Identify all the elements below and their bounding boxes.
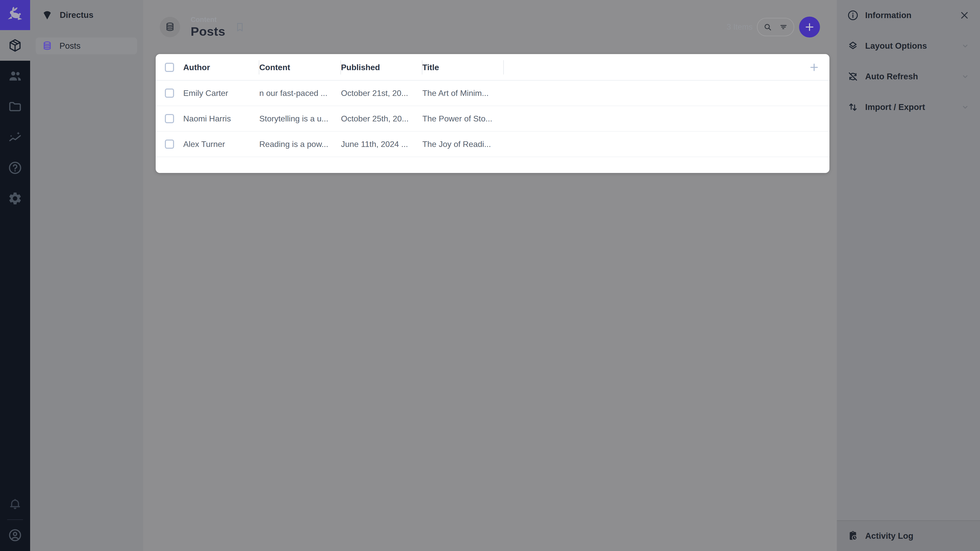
- collection-icon-button[interactable]: [160, 17, 180, 37]
- create-item-button[interactable]: [799, 17, 820, 38]
- module-bar-bottom: [0, 489, 30, 551]
- module-content[interactable]: [0, 30, 30, 61]
- plus-icon: [804, 22, 815, 32]
- sidebar-section-layout-options[interactable]: Layout Options: [837, 30, 980, 61]
- sidebar-section-information[interactable]: Information: [837, 0, 980, 30]
- insights-icon: [8, 130, 22, 144]
- user-menu-button[interactable]: [0, 520, 30, 551]
- cell-title: The Power of Sto...: [422, 114, 504, 124]
- chevron-down-icon: [960, 41, 970, 51]
- select-all-cell: [156, 63, 183, 72]
- table-header-row: Author Content Published Title: [156, 54, 829, 81]
- cell-author: Naomi Harris: [183, 114, 259, 124]
- sync-disabled-icon: [847, 71, 859, 83]
- expand-import-export-button[interactable]: [960, 102, 970, 112]
- items-count: 3 Items: [727, 22, 752, 32]
- rabbit-icon: [6, 6, 24, 24]
- module-bar: [0, 0, 30, 551]
- bookmark-icon: [234, 21, 245, 33]
- column-header-title[interactable]: Title: [422, 54, 504, 81]
- cell-content: Storytelling is a u...: [259, 114, 341, 124]
- filter-icon: [779, 22, 788, 32]
- info-icon: [847, 10, 859, 21]
- activity-log-button[interactable]: Activity Log: [837, 520, 980, 551]
- database-icon: [165, 22, 175, 32]
- row-checkbox[interactable]: [165, 114, 174, 123]
- users-icon: [8, 68, 22, 83]
- chevron-down-icon: [960, 102, 970, 112]
- activity-log-label: Activity Log: [865, 531, 913, 541]
- page-title: Posts: [191, 25, 225, 38]
- row-select-cell: [156, 114, 183, 123]
- expand-auto-refresh-button[interactable]: [960, 72, 970, 81]
- nav-sidebar: Directus Posts: [30, 0, 143, 551]
- close-sidebar-button[interactable]: [959, 10, 970, 21]
- project-name: Directus: [60, 10, 94, 20]
- chevron-down-icon: [960, 72, 970, 81]
- database-icon: [42, 41, 52, 51]
- user-circle-icon: [8, 528, 22, 543]
- select-all-checkbox[interactable]: [165, 63, 174, 72]
- folder-icon: [8, 99, 22, 114]
- box-icon: [8, 38, 22, 53]
- sidebar-section-label: Auto Refresh: [865, 72, 918, 81]
- breadcrumb: Content: [191, 16, 225, 23]
- project-fan-icon: [41, 9, 53, 21]
- module-settings[interactable]: [0, 183, 30, 214]
- module-user-directory[interactable]: [0, 61, 30, 91]
- cell-author: Emily Carter: [183, 89, 259, 98]
- cell-title: The Art of Minim...: [422, 89, 504, 98]
- bell-icon: [8, 497, 22, 511]
- cell-title: The Joy of Readi...: [422, 140, 504, 149]
- gear-icon: [8, 191, 22, 206]
- row-select-cell: [156, 140, 183, 149]
- sidebar-section-label: Layout Options: [865, 41, 927, 51]
- plus-icon: [808, 62, 820, 73]
- clipboard-clock-icon: [847, 530, 859, 542]
- main-content: Content Posts 3 Items: [143, 0, 837, 551]
- directus-logo[interactable]: [0, 0, 30, 30]
- right-sidebar: Information Layout Options: [837, 0, 980, 551]
- bookmark-button[interactable]: [234, 21, 245, 33]
- cell-content: n our fast-paced ...: [259, 89, 341, 98]
- layers-icon: [847, 40, 859, 52]
- row-checkbox[interactable]: [165, 89, 174, 98]
- sidebar-section-import-export[interactable]: Import / Export: [837, 92, 980, 122]
- items-table: Author Content Published Title Emily Car…: [156, 54, 829, 173]
- table-footer: [156, 157, 829, 173]
- sidebar-section-auto-refresh[interactable]: Auto Refresh: [837, 61, 980, 92]
- column-header-author[interactable]: Author: [183, 54, 259, 81]
- module-help[interactable]: [0, 152, 30, 183]
- close-icon: [959, 10, 970, 21]
- import-export-icon: [847, 101, 859, 113]
- project-switcher[interactable]: Directus: [30, 0, 143, 30]
- filter-button[interactable]: [779, 22, 788, 32]
- module-insights[interactable]: [0, 122, 30, 152]
- cell-published: October 25th, 20...: [341, 114, 422, 124]
- title-block: Content Posts: [191, 16, 225, 38]
- row-checkbox[interactable]: [165, 140, 174, 149]
- search-button[interactable]: [763, 22, 773, 32]
- column-header-content[interactable]: Content: [259, 54, 341, 81]
- nav-item-label: Posts: [59, 41, 81, 51]
- sidebar-section-label: Information: [865, 11, 912, 20]
- module-file-library[interactable]: [0, 91, 30, 122]
- table-row[interactable]: Alex Turner Reading is a pow... June 11t…: [156, 132, 829, 157]
- cell-published: October 21st, 20...: [341, 89, 422, 98]
- cell-published: June 11th, 2024 ...: [341, 140, 422, 149]
- table-row[interactable]: Emily Carter n our fast-paced ... Octobe…: [156, 81, 829, 106]
- help-icon: [8, 160, 22, 175]
- column-header-published[interactable]: Published: [341, 54, 422, 81]
- search-icon: [763, 22, 773, 32]
- notifications-button[interactable]: [0, 489, 30, 519]
- nav-item-posts[interactable]: Posts: [36, 38, 137, 54]
- expand-layout-options-button[interactable]: [960, 41, 970, 51]
- add-column-button[interactable]: [808, 62, 829, 73]
- search-filter-pill: [757, 18, 794, 36]
- cell-content: Reading is a pow...: [259, 140, 341, 149]
- row-select-cell: [156, 89, 183, 98]
- page-header: Content Posts 3 Items: [143, 0, 837, 54]
- cell-author: Alex Turner: [183, 140, 259, 149]
- table-row[interactable]: Naomi Harris Storytelling is a u... Octo…: [156, 106, 829, 132]
- sidebar-section-label: Import / Export: [865, 102, 925, 112]
